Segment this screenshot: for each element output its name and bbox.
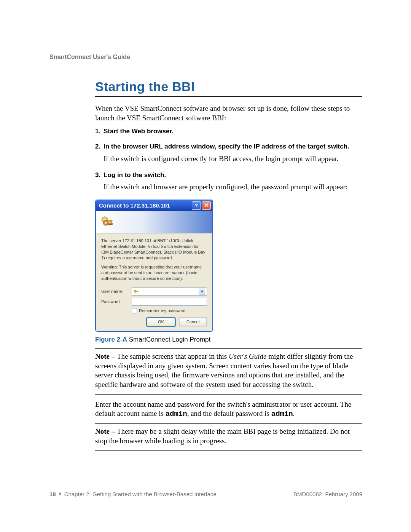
keys-icon <box>100 214 115 230</box>
account-instructions: Enter the account name and password for … <box>95 400 362 419</box>
page-number: 18 <box>49 490 56 498</box>
dialog-banner <box>96 211 212 233</box>
cancel-label: Cancel <box>186 319 199 325</box>
figure-label: Figure 2-A <box>95 336 127 343</box>
note-prefix: Note – <box>95 427 117 435</box>
note-italic: User's Guide <box>229 352 267 360</box>
step-title: Log in to the switch. <box>104 171 362 179</box>
step-number: 2. <box>95 142 104 167</box>
ok-button[interactable]: OK <box>147 318 175 326</box>
page-footer: 18 ■ Chapter 2: Getting Started with the… <box>49 490 362 498</box>
note-rule-bottom <box>95 394 362 395</box>
note-body: There may be a slight delay while the ma… <box>95 427 350 445</box>
note-prefix: Note – <box>95 352 117 360</box>
note-rule-top <box>95 423 362 424</box>
dialog-titlebar: Connect to 172.31.180.101 ? <box>96 200 212 211</box>
note-text: Note – There may be a slight delay while… <box>95 427 362 446</box>
remember-password-checkbox[interactable] <box>132 308 137 313</box>
dialog-title: Connect to 172.31.180.101 <box>99 202 191 209</box>
note-rule-top <box>95 348 362 349</box>
cancel-button[interactable]: Cancel <box>179 318 207 326</box>
svg-rect-8 <box>136 291 138 292</box>
chevron-down-icon[interactable] <box>199 288 205 295</box>
figure-text: SmartConnect Login Prompt <box>127 336 210 343</box>
step-text: If the switch is configured correctly fo… <box>104 154 362 164</box>
step-title: In the browser URL address window, speci… <box>104 142 362 151</box>
step-text: If the switch and browser are properly c… <box>104 182 362 192</box>
username-label: User name: <box>101 289 132 294</box>
note-body: The sample screens that appear in this <box>117 352 229 360</box>
password-label: Password: <box>101 299 132 305</box>
dialog-warning-text: Warning: This server is requesting that … <box>101 264 207 281</box>
remember-password-label: Remember my password <box>139 308 185 314</box>
account-text: , and the default password is <box>187 409 271 417</box>
svg-rect-6 <box>108 223 113 225</box>
close-icon <box>204 203 209 209</box>
step-number: 3. <box>95 171 104 196</box>
section-title: Starting the BBI <box>95 78 362 95</box>
footer-separator-icon: ■ <box>59 491 61 496</box>
ok-label: OK <box>158 319 164 325</box>
svg-rect-3 <box>110 220 112 223</box>
key-icon <box>134 289 139 294</box>
default-username: admin <box>166 410 187 418</box>
note-rule-bottom <box>95 450 362 451</box>
step-title: Start the Web browser. <box>104 127 362 136</box>
title-rule <box>95 96 362 97</box>
note-text: Note – The sample screens that appear in… <box>95 352 362 390</box>
close-button[interactable] <box>202 201 211 210</box>
account-text: . <box>293 409 295 417</box>
chapter-label: Chapter 2: Getting Started with the Brow… <box>64 490 217 498</box>
intro-text: When the VSE SmartConnect software and b… <box>95 104 362 123</box>
login-dialog: Connect to 172.31.180.101 ? <box>95 200 213 332</box>
username-field[interactable] <box>132 288 207 296</box>
doc-id: BMD00082, February 2009 <box>293 490 362 498</box>
svg-point-5 <box>105 222 107 224</box>
dialog-server-text: The server 172.31.180.101 at BNT 1/10Gb … <box>101 238 207 260</box>
running-header: SmartConnect User's Guide <box>49 53 362 61</box>
help-icon: ? <box>195 203 198 209</box>
help-button[interactable]: ? <box>192 201 201 210</box>
figure-caption: Figure 2-A SmartConnect Login Prompt <box>95 335 362 344</box>
password-field[interactable] <box>132 298 207 306</box>
default-password: admin <box>271 410 293 418</box>
step-number: 1. <box>95 127 104 139</box>
